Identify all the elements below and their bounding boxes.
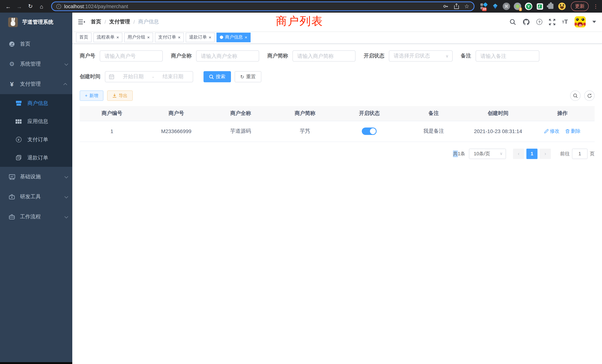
edit-link[interactable]: 修改 — [544, 128, 559, 135]
reset-button[interactable]: ↻ 重置 — [235, 71, 261, 82]
sidebar-item-devtools[interactable]: 研发工具 — [0, 187, 72, 207]
app-logo-rabbit — [8, 17, 18, 27]
tags-view: 首页 流程表单× 用户分组× 支付订单× 退款订单× 商户信息× — [72, 31, 602, 44]
breadcrumb-home[interactable]: 首页 — [91, 19, 101, 25]
browser-menu-icon[interactable]: ⋮ — [593, 3, 598, 9]
short-name-input[interactable] — [292, 50, 355, 62]
status-switch[interactable] — [362, 128, 377, 135]
chevron-down-icon — [64, 174, 68, 178]
search-button[interactable]: 搜索 — [204, 71, 231, 82]
fullscreen-icon[interactable] — [549, 19, 555, 25]
col-short-name: 商户简称 — [273, 106, 337, 121]
breadcrumb: 首页 / 支付管理 / 商户信息 — [91, 19, 159, 25]
avatar-caret-icon[interactable] — [592, 21, 596, 23]
cell-remark: 我是备注 — [401, 121, 466, 142]
search-button-label: 搜索 — [216, 73, 225, 80]
sidebar-item-label: 工作流程 — [20, 214, 41, 220]
url-host: localhost — [64, 3, 84, 9]
close-icon[interactable]: × — [147, 35, 150, 40]
avatar[interactable] — [575, 16, 586, 27]
current-page-button[interactable]: 1 — [526, 149, 538, 159]
home-icon[interactable]: ⌂ — [37, 2, 46, 11]
breadcrumb-separator: / — [105, 19, 106, 25]
tab-flow-form[interactable]: 流程表单× — [93, 32, 122, 42]
tab-label: 支付订单 — [158, 34, 176, 40]
profile-emoji-icon[interactable] — [558, 3, 566, 10]
bookmark-star-icon[interactable]: ☆ — [464, 3, 469, 10]
extensions-puzzle-icon[interactable] — [547, 3, 555, 10]
cell-merchant-no: M233666999 — [144, 121, 208, 142]
sidebar-item-workflow[interactable]: 工作流程 — [0, 207, 72, 227]
chrome-update-button[interactable]: 更新 — [571, 1, 589, 11]
extension-gem-icon[interactable] — [492, 3, 499, 10]
font-size-icon[interactable]: TT — [562, 19, 568, 25]
tab-home[interactable]: 首页 — [76, 32, 92, 42]
delete-link[interactable]: 删除 — [565, 128, 580, 135]
next-page-button[interactable]: › — [540, 149, 551, 159]
password-key-icon[interactable] — [442, 3, 448, 9]
extension-tabs-icon[interactable]: 10 — [480, 3, 488, 10]
breadcrumb-pay[interactable]: 支付管理 — [109, 19, 130, 25]
refresh-table-button[interactable] — [584, 90, 595, 101]
pagination-total-count: 1 — [458, 151, 460, 156]
tab-merchant-info[interactable]: 商户信息× — [216, 32, 251, 42]
document-icon — [14, 155, 23, 161]
back-icon[interactable]: ← — [4, 2, 13, 11]
sidebar-item-merchant-info[interactable]: 商户信息 — [0, 94, 72, 112]
col-merchant-id: 商户编号 — [80, 106, 144, 121]
extension-y-icon[interactable]: Y — [525, 3, 532, 10]
active-dot — [220, 36, 223, 39]
export-button[interactable]: 导出 — [107, 90, 133, 101]
close-icon[interactable]: × — [209, 35, 211, 40]
address-bar[interactable]: i localhost:1024/pay/merchant ☆ — [51, 1, 474, 11]
pagination-total-suffix: 条 — [460, 150, 465, 157]
extension-chat-icon[interactable] — [536, 3, 543, 10]
filter-label-short-name: 商户简称 — [267, 53, 292, 59]
toggle-search-button[interactable] — [570, 90, 580, 101]
tab-refund-order[interactable]: 退款订单× — [186, 32, 215, 42]
page-size-select[interactable]: 10条/页 ∨ — [469, 149, 506, 159]
end-date-placeholder: 结束日期 — [157, 73, 189, 80]
app-logo-row[interactable]: 芋道管理系统 — [0, 13, 72, 32]
remark-input[interactable] — [476, 50, 539, 62]
sidebar-item-home[interactable]: 首页 — [0, 34, 72, 54]
extension-badge: 10 — [482, 7, 487, 11]
sidebar-item-pay[interactable]: ¥ 支付管理 — [0, 74, 72, 94]
extension-recorder-icon[interactable]: 1 — [514, 3, 521, 10]
col-full-name: 商户全称 — [208, 106, 273, 121]
browser-toolbar: ← → ↻ ⌂ i localhost:1024/pay/merchant ☆ … — [0, 0, 602, 13]
header-search-icon[interactable] — [510, 19, 516, 25]
tab-user-group[interactable]: 用户分组× — [124, 32, 153, 42]
status-select[interactable]: 请选择开启状态 ∨ — [389, 50, 453, 62]
filter-label-create-time: 创建时间 — [80, 73, 105, 80]
help-icon[interactable]: ? — [536, 19, 542, 25]
breadcrumb-separator: / — [133, 19, 135, 25]
tab-label: 商户信息 — [225, 34, 243, 40]
close-icon[interactable]: × — [245, 35, 247, 40]
create-time-range-picker[interactable]: 开始日期 - 结束日期 — [105, 71, 193, 82]
share-icon[interactable] — [453, 3, 459, 9]
sidebar-item-pay-order[interactable]: ¥ 支付订单 — [0, 130, 72, 149]
sidebar-item-system[interactable]: ⚙ 系统管理 — [0, 54, 72, 74]
sidebar-item-infra[interactable]: 基础设施 — [0, 167, 72, 187]
site-info-icon[interactable]: i — [56, 4, 61, 9]
close-icon[interactable]: × — [116, 35, 119, 40]
hamburger-icon[interactable] — [78, 19, 85, 25]
add-button[interactable]: + 新增 — [80, 90, 103, 101]
extension-command-icon[interactable]: ⌘ — [503, 3, 510, 10]
sidebar-item-label: 首页 — [20, 41, 30, 47]
close-icon[interactable]: × — [178, 35, 181, 40]
reload-icon[interactable]: ↻ — [26, 2, 35, 11]
col-merchant-no: 商户号 — [144, 106, 208, 121]
merchant-no-input[interactable] — [100, 50, 163, 62]
forward-icon[interactable]: → — [15, 2, 24, 11]
github-icon[interactable] — [523, 19, 530, 25]
chevron-down-icon — [64, 214, 68, 218]
full-name-input[interactable] — [196, 50, 259, 62]
sidebar-item-refund-order[interactable]: 退款订单 — [0, 149, 72, 167]
jump-page-input[interactable] — [572, 149, 588, 159]
sidebar-item-app-info[interactable]: 应用信息 — [0, 112, 72, 130]
prev-page-button[interactable]: ‹ — [513, 149, 524, 159]
tab-pay-order[interactable]: 支付订单× — [155, 32, 184, 42]
pagination-total: 共1条 — [453, 150, 465, 157]
